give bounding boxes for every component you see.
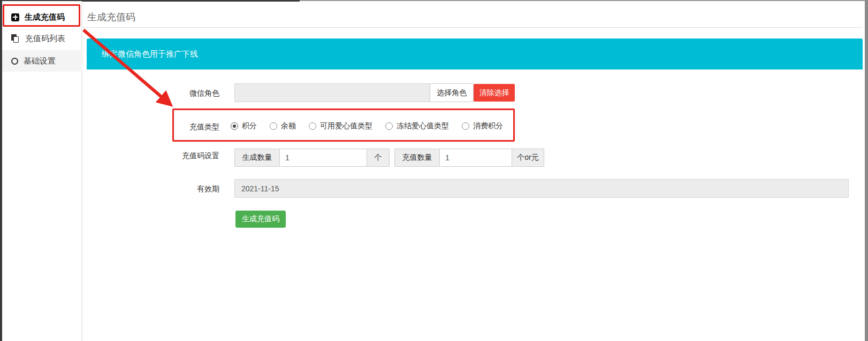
generate-count-addon: 生成数量 xyxy=(234,149,280,167)
radio-checked-icon[interactable] xyxy=(231,122,238,130)
radio-option-balance[interactable]: 余额 xyxy=(270,121,296,131)
sidebar-item-basic-settings[interactable]: 基础设置 xyxy=(2,50,82,72)
generate-count-unit: 个 xyxy=(367,149,390,167)
validity-label: 有效期 xyxy=(158,184,219,194)
title-divider xyxy=(82,27,863,28)
window-top-edge-light xyxy=(300,0,868,1)
radio-label: 可用爱心值类型 xyxy=(320,121,372,131)
generate-code-submit-button[interactable]: 生成充值码 xyxy=(235,211,286,228)
sidebar-item-generate-code[interactable]: 生成充值码 xyxy=(2,6,82,28)
radio-label: 消费积分 xyxy=(473,121,503,131)
page-title: 生成充值码 xyxy=(87,11,135,24)
radio-unchecked-icon[interactable] xyxy=(385,122,393,130)
recharge-type-radio-group: 积分 余额 可用爱心值类型 冻结爱心值类型 消费积分 xyxy=(231,119,503,134)
radio-unchecked-icon[interactable] xyxy=(309,122,316,130)
sidebar-item-label: 生成充值码 xyxy=(25,12,65,22)
sidebar-item-label: 基础设置 xyxy=(24,56,56,66)
wechat-role-input[interactable] xyxy=(234,83,430,102)
panel-banner: 绑定微信角色用于推广下线 xyxy=(87,38,863,69)
recharge-amount-unit: 个or元 xyxy=(512,149,544,167)
recharge-type-label: 充值类型 xyxy=(158,122,219,132)
radio-option-consume-points[interactable]: 消费积分 xyxy=(462,121,503,131)
sidebar: 生成充值码 充值码列表 基础设置 xyxy=(2,1,82,341)
radio-option-available-love-value[interactable]: 可用爱心值类型 xyxy=(309,121,372,131)
sidebar-item-code-list[interactable]: 充值码列表 xyxy=(2,28,82,49)
circle-outline-icon xyxy=(11,58,18,65)
select-role-button[interactable]: 选择角色 xyxy=(430,83,474,102)
wechat-role-label: 微信角色 xyxy=(158,89,219,98)
panel-banner-text: 绑定微信角色用于推广下线 xyxy=(102,49,198,59)
recharge-amount-input[interactable] xyxy=(439,149,512,167)
plus-square-icon xyxy=(11,13,19,21)
copy-icon xyxy=(11,34,20,43)
radio-label: 积分 xyxy=(242,121,257,131)
window-right-edge[interactable] xyxy=(865,0,868,341)
page: 生成充值码 充值码列表 基础设置 生成充值码 绑定微信角色用于推广下线 微信角色… xyxy=(0,0,868,341)
radio-unchecked-icon[interactable] xyxy=(270,122,277,130)
generate-count-input[interactable] xyxy=(279,149,367,167)
radio-option-points[interactable]: 积分 xyxy=(231,121,257,131)
validity-date-input[interactable] xyxy=(234,179,849,198)
sidebar-item-label: 充值码列表 xyxy=(25,34,65,44)
code-settings-label: 充值码设置 xyxy=(158,151,219,161)
radio-label: 冻结爱心值类型 xyxy=(397,121,449,131)
radio-label: 余额 xyxy=(281,121,296,131)
clear-selection-button[interactable]: 清除选择 xyxy=(474,84,515,102)
radio-unchecked-icon[interactable] xyxy=(462,122,469,130)
radio-option-frozen-love-value[interactable]: 冻结爱心值类型 xyxy=(385,121,449,131)
recharge-amount-addon: 充值数量 xyxy=(394,149,440,167)
